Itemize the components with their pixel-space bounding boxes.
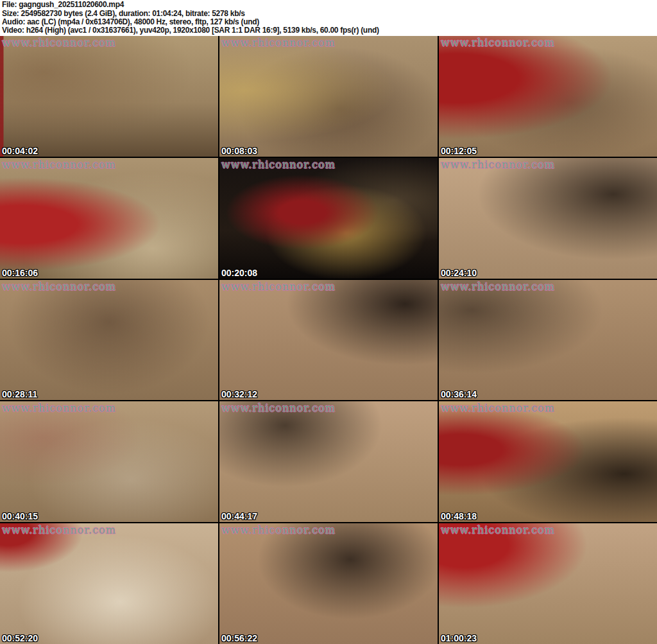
video-thumbnail: www.rhiconnor.com 00:48:18	[439, 401, 657, 522]
timestamp-label: 00:20:08	[221, 268, 257, 278]
timestamp-label: 00:32:12	[221, 389, 257, 399]
video-thumbnail: www.rhiconnor.com 00:20:08	[219, 158, 438, 279]
watermark-text: www.rhiconnor.com	[2, 402, 116, 414]
video-thumbnail: www.rhiconnor.com 00:08:03	[219, 36, 438, 157]
video-thumbnail: www.rhiconnor.com 01:00:23	[439, 523, 657, 644]
video-thumbnail: www.rhiconnor.com 00:12:05	[439, 36, 657, 157]
timestamp-label: 00:16:06	[2, 268, 38, 278]
watermark-text: www.rhiconnor.com	[221, 159, 336, 171]
timestamp-label: 00:48:18	[441, 511, 477, 521]
video-thumbnail: www.rhiconnor.com 00:56:22	[219, 523, 438, 644]
media-info-header: File: gagngush_202511020600.mp4 Size: 25…	[0, 0, 657, 36]
watermark-text: www.rhiconnor.com	[221, 37, 336, 49]
timestamp-label: 00:40:15	[2, 511, 38, 521]
file-name-line: File: gagngush_202511020600.mp4	[2, 1, 655, 9]
contact-sheet: File: gagngush_202511020600.mp4 Size: 25…	[0, 0, 657, 644]
watermark-text: www.rhiconnor.com	[441, 402, 555, 414]
watermark-text: www.rhiconnor.com	[441, 159, 555, 171]
video-thumbnail: www.rhiconnor.com 00:36:14	[439, 280, 657, 401]
video-thumbnail: www.rhiconnor.com 00:04:02	[0, 36, 218, 157]
timestamp-label: 01:00:23	[441, 633, 477, 643]
thumbnail-grid: www.rhiconnor.com 00:04:02 www.rhiconnor…	[0, 36, 657, 644]
watermark-text: www.rhiconnor.com	[441, 37, 555, 49]
watermark-text: www.rhiconnor.com	[2, 524, 116, 536]
timestamp-label: 00:04:02	[2, 146, 38, 156]
video-thumbnail: www.rhiconnor.com 00:16:06	[0, 158, 218, 279]
file-size-line: Size: 2549582730 bytes (2.4 GiB), durati…	[2, 10, 655, 18]
timestamp-label: 00:52:20	[2, 633, 38, 643]
video-thumbnail: www.rhiconnor.com 00:44:17	[219, 401, 438, 522]
timestamp-label: 00:44:17	[221, 511, 257, 521]
video-info-line: Video: h264 (High) (avc1 / 0x31637661), …	[2, 26, 655, 35]
timestamp-label: 00:56:22	[221, 633, 257, 643]
watermark-text: www.rhiconnor.com	[441, 524, 555, 536]
timestamp-label: 00:12:05	[441, 146, 477, 156]
watermark-text: www.rhiconnor.com	[2, 159, 116, 171]
video-thumbnail: www.rhiconnor.com 00:52:20	[0, 523, 218, 644]
watermark-text: www.rhiconnor.com	[2, 281, 116, 293]
timestamp-label: 00:08:03	[221, 146, 257, 156]
timestamp-label: 00:24:10	[441, 268, 477, 278]
watermark-text: www.rhiconnor.com	[2, 37, 116, 49]
watermark-text: www.rhiconnor.com	[441, 281, 555, 293]
video-thumbnail: www.rhiconnor.com 00:40:15	[0, 401, 218, 522]
watermark-text: www.rhiconnor.com	[221, 524, 336, 536]
watermark-text: www.rhiconnor.com	[221, 281, 336, 293]
audio-info-line: Audio: aac (LC) (mp4a / 0x6134706D), 480…	[2, 18, 655, 26]
timestamp-label: 00:28:11	[2, 389, 37, 399]
video-thumbnail: www.rhiconnor.com 00:28:11	[0, 280, 218, 401]
video-thumbnail: www.rhiconnor.com 00:32:12	[219, 280, 438, 401]
watermark-text: www.rhiconnor.com	[221, 402, 336, 414]
video-thumbnail: www.rhiconnor.com 00:24:10	[439, 158, 657, 279]
timestamp-label: 00:36:14	[441, 389, 477, 399]
